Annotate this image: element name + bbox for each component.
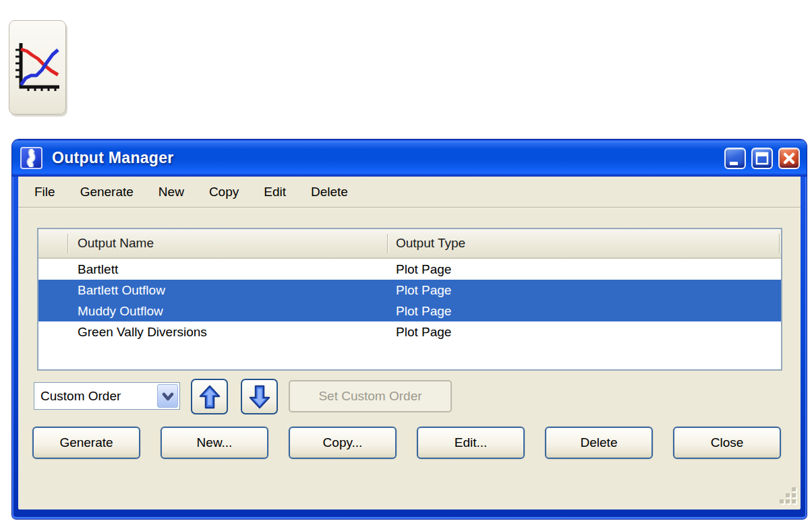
maximize-button[interactable] bbox=[751, 148, 773, 169]
menu-edit[interactable]: Edit bbox=[256, 181, 294, 204]
menu-copy[interactable]: Copy bbox=[201, 181, 247, 204]
arrow-down-icon bbox=[246, 383, 273, 410]
window-client-area: File Generate New Copy Edit Delete Outpu… bbox=[18, 177, 801, 509]
minimize-button[interactable] bbox=[724, 148, 746, 169]
menu-file[interactable]: File bbox=[26, 181, 63, 204]
move-down-button[interactable] bbox=[241, 379, 278, 414]
output-name-cell: Bartlett Outflow bbox=[38, 283, 387, 298]
plot-page-toolbar-button[interactable] bbox=[9, 20, 66, 115]
output-type-cell: Plot Page bbox=[387, 304, 781, 319]
chevron-down-icon bbox=[157, 384, 178, 408]
window-title: Output Manager bbox=[52, 149, 724, 167]
titlebar[interactable]: Output Manager bbox=[12, 140, 807, 177]
output-type-cell: Plot Page bbox=[387, 262, 781, 277]
output-type-cell: Plot Page bbox=[387, 325, 781, 340]
menu-new[interactable]: New bbox=[150, 181, 192, 204]
output-type-cell: Plot Page bbox=[387, 283, 781, 298]
minimize-icon bbox=[726, 149, 745, 168]
close-dialog-button[interactable]: Close bbox=[673, 427, 781, 459]
generate-button[interactable]: Generate bbox=[32, 427, 140, 459]
table-row[interactable]: Bartlett Outflow Plot Page bbox=[38, 280, 781, 301]
output-name-cell: Muddy Outflow bbox=[38, 304, 387, 319]
order-select[interactable]: Custom Order bbox=[34, 382, 180, 410]
plot-lines-icon bbox=[13, 40, 62, 94]
delete-button[interactable]: Delete bbox=[545, 427, 653, 459]
output-name-cell: Bartlett bbox=[38, 262, 387, 277]
edit-button[interactable]: Edit... bbox=[417, 427, 525, 459]
header-output-type[interactable]: Output Type bbox=[387, 229, 781, 257]
desktop: Output Manager bbox=[0, 0, 812, 525]
header-divider bbox=[779, 234, 780, 253]
output-manager-window: Output Manager bbox=[12, 140, 807, 519]
menubar: File Generate New Copy Edit Delete bbox=[18, 177, 801, 208]
close-icon bbox=[780, 149, 799, 168]
table-row[interactable]: Muddy Outflow Plot Page bbox=[38, 301, 781, 321]
copy-button[interactable]: Copy... bbox=[289, 427, 397, 459]
table-header: Output Name Output Type bbox=[38, 229, 781, 259]
table-row[interactable]: Green Vally Diversions Plot Page bbox=[38, 321, 781, 342]
riverware-logo-icon[interactable] bbox=[20, 147, 42, 169]
header-spacer bbox=[38, 229, 67, 257]
set-custom-order-button[interactable]: Set Custom Order bbox=[289, 380, 452, 412]
output-name-cell: Green Vally Diversions bbox=[38, 325, 387, 340]
header-divider bbox=[387, 234, 388, 253]
close-button[interactable] bbox=[778, 148, 800, 169]
move-up-button[interactable] bbox=[191, 379, 228, 414]
menu-generate[interactable]: Generate bbox=[72, 181, 142, 204]
maximize-icon bbox=[753, 149, 772, 168]
arrow-up-icon bbox=[196, 383, 223, 410]
order-select-value: Custom Order bbox=[34, 389, 157, 404]
header-divider bbox=[67, 234, 68, 253]
menu-delete[interactable]: Delete bbox=[303, 181, 356, 204]
new-button[interactable]: New... bbox=[161, 427, 268, 459]
outputs-table: Output Name Output Type Bartlett Plot Pa… bbox=[37, 228, 782, 371]
resize-grip[interactable] bbox=[777, 487, 797, 507]
header-output-name[interactable]: Output Name bbox=[67, 229, 387, 257]
table-row[interactable]: Bartlett Plot Page bbox=[38, 259, 781, 280]
